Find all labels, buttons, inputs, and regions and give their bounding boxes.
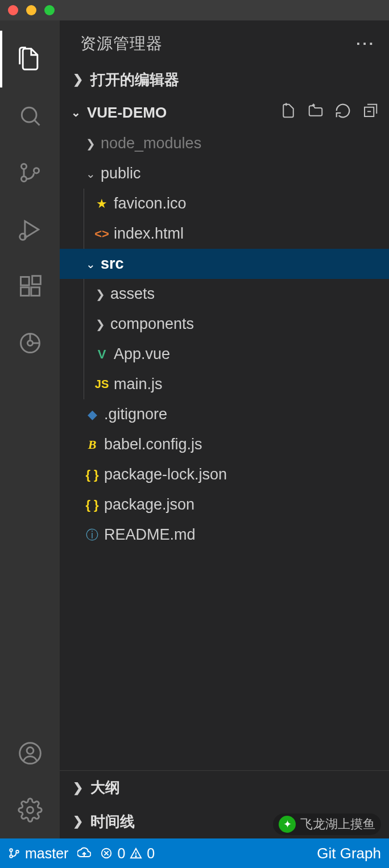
file-readme[interactable]: ⓘ README.md: [60, 520, 389, 550]
folder-assets[interactable]: ❯ assets: [60, 279, 389, 309]
outline-label: 大纲: [90, 778, 120, 798]
folder-label: src: [98, 255, 124, 273]
close-window[interactable]: [8, 5, 18, 15]
folder-src[interactable]: ⌄ src: [60, 249, 389, 279]
file-label: package.json: [102, 496, 194, 514]
file-mainjs[interactable]: JS main.js: [60, 369, 389, 399]
minimize-window[interactable]: [26, 5, 36, 15]
svg-point-12: [27, 748, 34, 754]
open-editors-label: 打开的编辑器: [90, 70, 179, 90]
window-titlebar: [0, 0, 389, 20]
branch-name: master: [25, 845, 68, 862]
svg-point-2: [21, 176, 26, 181]
svg-point-16: [10, 855, 13, 858]
svg-rect-7: [31, 287, 39, 296]
file-label: App.vue: [111, 345, 170, 363]
svg-point-17: [16, 850, 19, 853]
folder-label: node_modules: [98, 135, 201, 152]
file-label: package-lock.json: [102, 466, 227, 483]
chevron-down-icon: ⌄: [82, 257, 98, 271]
folder-public[interactable]: ⌄ public: [60, 158, 389, 189]
html-icon: <>: [92, 227, 111, 241]
file-indexhtml[interactable]: <> index.html: [60, 219, 389, 249]
workspace-folder-header[interactable]: ⌄ VUE-DEMO: [60, 97, 389, 128]
error-count: 0: [117, 845, 125, 862]
settings-gear-icon[interactable]: [0, 782, 60, 838]
refresh-icon[interactable]: [334, 102, 351, 123]
new-file-icon[interactable]: [280, 102, 297, 123]
collapse-all-icon[interactable]: [362, 102, 379, 123]
outline-section[interactable]: ❯ 大纲: [60, 770, 389, 804]
open-editors-section[interactable]: ❯ 打开的编辑器: [60, 62, 389, 97]
folder-components[interactable]: ❯ components: [60, 309, 389, 339]
chevron-down-icon: ⌄: [64, 106, 87, 119]
svg-point-10: [27, 340, 32, 345]
status-problems[interactable]: 0 0: [100, 845, 155, 862]
chevron-right-icon: ❯: [92, 318, 108, 331]
svg-point-15: [10, 849, 13, 852]
git-icon: ◆: [82, 407, 102, 422]
file-label: babel.config.js: [102, 436, 202, 453]
file-label: README.md: [102, 526, 196, 544]
json-icon: { }: [82, 498, 102, 512]
gitlens-tab[interactable]: [0, 315, 60, 372]
star-icon: ★: [92, 197, 111, 211]
chevron-down-icon: ⌄: [82, 167, 98, 181]
file-label: .gitignore: [102, 406, 167, 423]
activity-bar: [0, 20, 60, 838]
svg-point-1: [21, 164, 26, 169]
warning-count: 0: [147, 845, 155, 862]
folder-toolbar: [280, 102, 389, 123]
wechat-icon: ✦: [279, 816, 296, 833]
status-branch[interactable]: master: [8, 845, 68, 862]
source-control-tab[interactable]: [0, 144, 60, 201]
file-babel[interactable]: B babel.config.js: [60, 429, 389, 460]
file-label: index.html: [111, 225, 184, 243]
extensions-tab[interactable]: [0, 258, 60, 315]
file-pkg[interactable]: { } package.json: [60, 490, 389, 520]
run-debug-tab[interactable]: [0, 201, 60, 258]
sidebar-more-icon[interactable]: ···: [356, 35, 375, 53]
search-tab[interactable]: [0, 87, 60, 144]
accounts-icon[interactable]: [0, 725, 60, 782]
babel-icon: B: [82, 437, 102, 452]
svg-point-13: [27, 807, 33, 813]
folder-label: public: [98, 165, 141, 182]
file-label: favicon.ico: [111, 195, 187, 212]
svg-point-0: [22, 107, 36, 122]
file-favicon[interactable]: ★ favicon.ico: [60, 189, 389, 219]
svg-rect-5: [20, 277, 29, 286]
file-tree: ❯ node_modules ⌄ public ★ favicon.ico <>…: [60, 128, 389, 770]
sidebar-title: 资源管理器: [80, 33, 163, 55]
maximize-window[interactable]: [44, 5, 55, 15]
folder-node-modules[interactable]: ❯ node_modules: [60, 128, 389, 158]
info-icon: ⓘ: [82, 527, 102, 544]
status-bar: master 0 0 Git Graph: [0, 838, 389, 868]
file-pkglock[interactable]: { } package-lock.json: [60, 460, 389, 490]
watermark: ✦ 飞龙湖上摸鱼: [273, 813, 381, 835]
vue-icon: V: [92, 347, 111, 362]
svg-point-19: [136, 856, 136, 857]
chevron-right-icon: ❯: [69, 72, 87, 87]
svg-point-3: [34, 168, 39, 173]
status-sync[interactable]: [77, 846, 91, 860]
folder-label: assets: [108, 285, 155, 303]
js-icon: JS: [92, 378, 111, 391]
new-folder-icon[interactable]: [307, 102, 324, 123]
file-appvue[interactable]: V App.vue: [60, 339, 389, 369]
explorer-tab[interactable]: [0, 31, 60, 87]
timeline-label: 时间线: [90, 812, 135, 832]
json-icon: { }: [82, 468, 102, 482]
chevron-right-icon: ❯: [69, 781, 87, 795]
file-gitignore[interactable]: ◆ .gitignore: [60, 399, 389, 429]
chevron-right-icon: ❯: [82, 137, 98, 151]
file-label: main.js: [111, 375, 163, 393]
svg-rect-8: [32, 276, 40, 285]
explorer-sidebar: 资源管理器 ··· ❯ 打开的编辑器 ⌄ VUE-DEMO ❯ node_mod…: [60, 20, 389, 838]
chevron-right-icon: ❯: [92, 287, 108, 301]
workspace-name: VUE-DEMO: [87, 104, 167, 122]
folder-label: components: [108, 315, 194, 333]
status-gitgraph[interactable]: Git Graph: [317, 845, 381, 862]
svg-rect-6: [20, 287, 29, 296]
watermark-text: 飞龙湖上摸鱼: [300, 816, 375, 833]
